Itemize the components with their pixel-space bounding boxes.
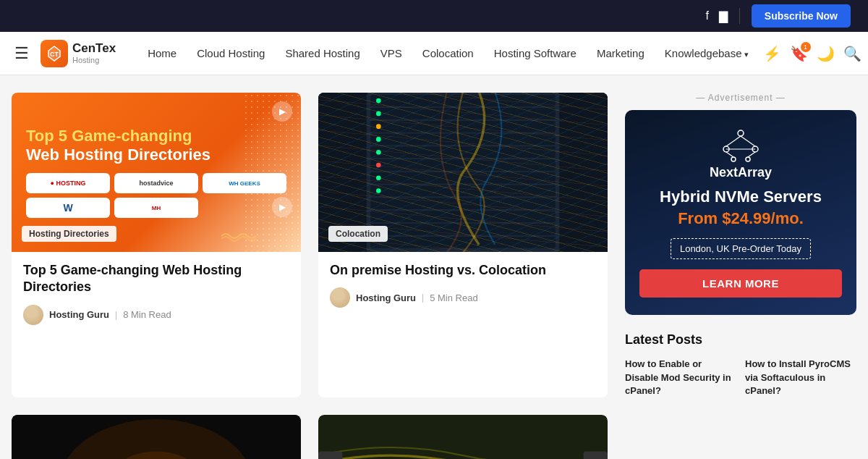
divider	[739, 8, 740, 24]
svg-point-27	[731, 157, 736, 161]
logo-mh-placeholder: MH	[114, 198, 198, 218]
logo-hostingcom: ● HOSTING	[26, 173, 110, 193]
author-1-avatar	[23, 305, 43, 325]
sidebar-placeholder	[625, 415, 856, 459]
article-1-body: Top 5 Game-changing Web Hosting Director…	[12, 252, 301, 337]
svg-rect-39	[318, 415, 608, 459]
svg-line-32	[748, 152, 755, 157]
article-2-image: Colocation	[318, 93, 608, 252]
svg-rect-40	[318, 452, 342, 459]
category-badge-2: Colocation	[328, 226, 388, 242]
article-3-image	[12, 415, 301, 459]
instagram-icon[interactable]: ▇	[719, 9, 728, 23]
ad-price: From $24.99/mo.	[639, 209, 842, 228]
author-1-name: Hosting Guru	[49, 309, 109, 320]
nav-icons: ⚡ 🔖 1 🌙 🔍	[763, 45, 861, 62]
social-links: f ▇	[705, 9, 727, 23]
latest-post-1: How to Enable or Disable Mod Security in…	[625, 358, 736, 397]
svg-line-30	[741, 136, 755, 146]
article-1-title[interactable]: Top 5 Game-changing Web Hosting Director…	[23, 262, 289, 296]
svg-line-29	[726, 136, 741, 146]
logo[interactable]: CT CenTex Hosting	[41, 40, 116, 67]
latest-posts-title: Latest Posts	[625, 332, 856, 348]
nav-hosting-software[interactable]: Hosting Software	[485, 43, 585, 64]
search-button[interactable]: 🔍	[843, 45, 861, 62]
moon-icon: 🌙	[817, 45, 835, 62]
search-icon: 🔍	[843, 45, 861, 62]
article-2-body: On premise Hosting vs. Colocation Hostin…	[318, 252, 608, 319]
nextarray-brand: NextArray	[639, 165, 842, 180]
svg-point-24	[738, 130, 744, 136]
svg-point-28	[746, 157, 750, 161]
author-2-avatar	[330, 287, 350, 308]
latest-posts-grid: How to Enable or Disable Mod Security in…	[625, 358, 856, 397]
article-4-image	[318, 415, 608, 459]
article-card-4	[318, 415, 608, 459]
nav-cloud-hosting[interactable]: Cloud Hosting	[188, 43, 273, 64]
latest-post-1-title[interactable]: How to Enable or Disable Mod Security in…	[625, 358, 736, 397]
dots-decoration	[243, 93, 301, 252]
article-card-2: Colocation On premise Hosting vs. Coloca…	[318, 93, 608, 397]
ad-location: London, UK Pre-Order Today	[671, 238, 811, 259]
article-2-author-line: Hosting Guru | 5 Min Read	[330, 287, 596, 308]
svg-rect-41	[584, 452, 608, 459]
article-card-3	[12, 415, 301, 459]
flash-icon: ⚡	[763, 45, 781, 62]
nav-knowledgebase[interactable]: Knowledgebase	[656, 43, 757, 64]
hamburger-menu[interactable]: ☰	[14, 44, 29, 63]
facebook-icon[interactable]: f	[705, 9, 708, 22]
article-1-author-line: Hosting Guru | 8 Min Read	[23, 305, 289, 325]
ad-logo-area: NextArray	[639, 127, 842, 180]
svg-line-31	[726, 152, 733, 157]
article-2-read-time: 5 Min Read	[430, 292, 477, 303]
play-button-1: ▶	[272, 101, 292, 122]
article-card-1: Top 5 Game-changing Web Hosting Director…	[12, 93, 301, 397]
logo-icon: CT	[41, 40, 68, 67]
article-2-title[interactable]: On premise Hosting vs. Colocation	[330, 262, 596, 279]
logo-hosth-placeholder: W	[26, 198, 110, 218]
centex-logo-svg: CT	[46, 45, 63, 62]
bottom-cards	[0, 415, 868, 459]
nav-colocation[interactable]: Colocation	[414, 43, 482, 64]
latest-post-2-title[interactable]: How to Install PyroCMS via Softaculous i…	[745, 358, 856, 397]
article-1-image: Top 5 Game-changing Web Hosting Director…	[12, 93, 301, 252]
nav-home[interactable]: Home	[139, 43, 185, 64]
nav-shared-hosting[interactable]: Shared Hosting	[276, 43, 368, 64]
nav-marketing[interactable]: Marketing	[588, 43, 653, 64]
nextarray-logo-svg	[719, 127, 762, 162]
ad-learn-more-button[interactable]: LEARN MORE	[639, 269, 842, 298]
svg-text:CT: CT	[50, 51, 59, 58]
logo-text: CenTex Hosting	[72, 42, 116, 64]
dark-mode-button[interactable]: 🌙	[817, 45, 835, 62]
category-badge-1: Hosting Directories	[22, 226, 116, 242]
author-2-name: Hosting Guru	[356, 292, 416, 303]
latest-post-2: How to Install PyroCMS via Softaculous i…	[745, 358, 856, 397]
top-bar: f ▇ Subscribe Now	[0, 0, 868, 32]
advertisement-box: NextArray Hybrid NVMe Servers From $24.9…	[625, 110, 856, 315]
latest-posts: Latest Posts How to Enable or Disable Mo…	[625, 332, 856, 397]
bookmark-badge: 1	[801, 42, 811, 52]
play-button-2: ▶	[272, 197, 292, 217]
sidebar: — Advertisement — NextArray	[625, 93, 856, 397]
logo-hostadvice: hostadvice	[114, 173, 198, 193]
flash-button[interactable]: ⚡	[763, 45, 781, 62]
subscribe-button[interactable]: Subscribe Now	[752, 4, 851, 28]
ad-headline: Hybrid NVMe Servers	[639, 188, 842, 206]
bookmark-button[interactable]: 🔖 1	[790, 45, 808, 62]
main-nav: Home Cloud Hosting Shared Hosting VPS Co…	[139, 43, 757, 64]
article-1-read-time: 8 Min Read	[123, 309, 171, 320]
main-content: Top 5 Game-changing Web Hosting Director…	[0, 75, 868, 415]
waves-decoration	[221, 230, 258, 245]
header: ☰ CT CenTex Hosting Home Cloud Hosting S…	[0, 32, 868, 75]
ad-label: — Advertisement —	[625, 93, 856, 103]
nav-vps[interactable]: VPS	[372, 43, 411, 64]
